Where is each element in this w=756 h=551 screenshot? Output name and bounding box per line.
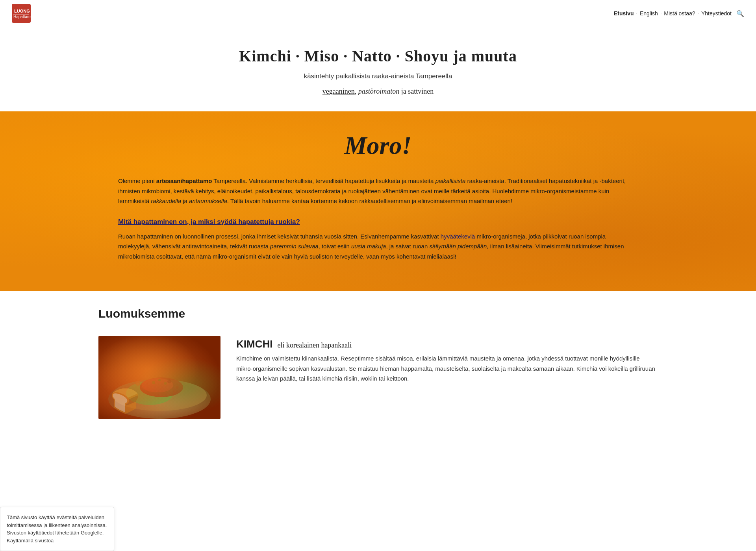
svg-point-8	[140, 377, 183, 397]
svg-rect-4	[98, 336, 220, 419]
product-name-label: KIMCHI	[236, 338, 272, 350]
orange-section: Moro! Olemme pieni artesaanihapattamo Ta…	[0, 111, 756, 291]
svg-point-15	[164, 382, 167, 385]
nav-links: Etusivu · English · Mistä ostaa? · Yhtey…	[614, 10, 744, 17]
hero-subtitle: käsintehty paikallisista raaka-aineista …	[8, 72, 748, 80]
hero-tag-suffix: ja sattvinen	[399, 87, 434, 95]
nav-mista-ostaa[interactable]: Mistä ostaa?	[664, 10, 695, 17]
logo[interactable]: LUONG Hapattamo	[12, 4, 31, 23]
hero-tags: vegaaninen, pastöroimaton ja sattvinen	[8, 87, 748, 96]
nav-etusivu[interactable]: Etusivu	[614, 10, 634, 17]
hero-tag-unpasteurized: pastöroimaton	[358, 87, 399, 95]
orange-em-sulavaa: paremmin sulavaa	[270, 243, 319, 250]
orange-em-antaumuksella: antaumuksella	[189, 198, 227, 204]
nav-yhteystiedot[interactable]: Yhteystiedot	[701, 10, 732, 17]
orange-em-sailymaan: säilymään pidempään	[429, 243, 487, 250]
orange-question-heading: Mitä hapattaminen on, ja miksi syödä hap…	[118, 218, 638, 226]
svg-point-10	[135, 381, 140, 386]
orange-em-paikallisista: paikallisista	[435, 178, 466, 184]
hero-title: Kimchi · Miso · Natto · Shoyu ja muuta	[8, 47, 748, 65]
orange-intro: Olemme pieni artesaanihapattamo Tamperee…	[118, 176, 638, 206]
svg-point-9	[142, 378, 173, 392]
product-info-kimchi: KIMCHI eli korealainen hapankaali Kimchi…	[236, 336, 658, 384]
svg-point-12	[176, 386, 179, 389]
products-section: Luomuksemme	[0, 291, 756, 458]
product-description-kimchi: Kimchime on valmistettu kiinankaalista. …	[236, 353, 658, 384]
svg-point-7	[126, 381, 173, 405]
kimchi-image-svg	[98, 336, 220, 419]
main-nav: LUONG Hapattamo Etusivu · English · Mist…	[0, 0, 756, 27]
svg-text:Hapattamo: Hapattamo	[13, 15, 31, 19]
hero-tag-sep1: ,	[355, 87, 358, 95]
orange-link-hyvaa[interactable]: hyväätekeviä	[441, 233, 475, 240]
nav-english[interactable]: English	[640, 10, 658, 17]
orange-em-makuja: uusia makuja	[351, 243, 386, 250]
svg-point-14	[158, 379, 161, 381]
nav-sep-1: ·	[636, 11, 637, 16]
svg-rect-0	[12, 4, 31, 23]
product-row-kimchi: KIMCHI eli korealainen hapankaali Kimchi…	[98, 336, 658, 419]
svg-point-5	[108, 379, 211, 419]
logo-icon: LUONG Hapattamo	[12, 4, 31, 23]
hero-section: Kimchi · Miso · Natto · Shoyu ja muuta k…	[0, 27, 756, 111]
product-subtitle-kimchi: eli korealainen hapankaali	[277, 341, 352, 349]
svg-point-13	[152, 381, 155, 384]
orange-heading: Moro!	[118, 131, 638, 160]
hero-tag-vegan[interactable]: vegaaninen	[322, 87, 355, 95]
svg-text:LUONG: LUONG	[14, 9, 30, 13]
search-icon[interactable]: 🔍	[736, 10, 744, 17]
product-image-kimchi	[98, 336, 220, 419]
orange-bold-artesaani: artesaanihapattamo	[156, 178, 212, 184]
products-heading: Luomuksemme	[98, 307, 658, 320]
svg-point-11	[167, 379, 171, 383]
product-name-kimchi: KIMCHI eli korealainen hapankaali	[236, 338, 658, 350]
svg-point-6	[112, 379, 207, 411]
nav-sep-3: ·	[698, 11, 699, 16]
orange-question-body: Ruoan hapattaminen on luonnollinen prose…	[118, 231, 638, 262]
nav-sep-2: ·	[660, 11, 662, 16]
orange-em-rakkaudella: rakkaudella	[151, 198, 181, 204]
